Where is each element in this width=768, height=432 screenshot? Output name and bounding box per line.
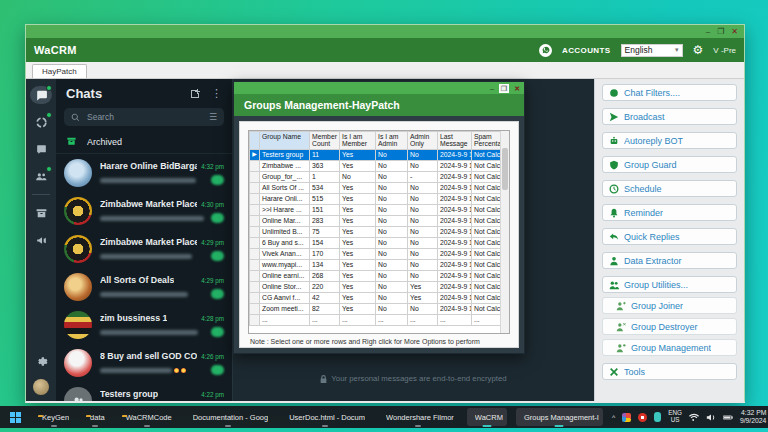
- chat-list-item[interactable]: zim bussiness 14:28 pm: [56, 306, 232, 344]
- table-scrollbar-thumb[interactable]: [502, 148, 508, 190]
- close-button[interactable]: ✕: [731, 28, 738, 36]
- taskbar-wondershare-filmor[interactable]: Wondershare Filmor: [378, 408, 458, 426]
- table-cell[interactable]: ...: [438, 314, 472, 325]
- table-cell[interactable]: Yes: [340, 226, 376, 237]
- table-cell[interactable]: 11: [310, 149, 340, 160]
- table-cell[interactable]: No: [408, 226, 438, 237]
- table-cell[interactable]: Yes: [408, 281, 438, 292]
- row-selector-cell[interactable]: [250, 226, 260, 237]
- table-cell[interactable]: No: [376, 171, 408, 182]
- table-cell[interactable]: -: [408, 171, 438, 182]
- language-indicator[interactable]: ENGUS: [668, 410, 682, 423]
- tray-expand-icon[interactable]: ^: [612, 414, 615, 421]
- group-utilities-button[interactable]: Group Utilities...: [602, 276, 737, 293]
- table-cell[interactable]: Harare Onli...: [260, 193, 310, 204]
- table-cell[interactable]: Yes: [340, 248, 376, 259]
- table-row[interactable]: Online earni...268YesNoNo2024-9-9 1...No…: [250, 270, 509, 281]
- table-cell[interactable]: No: [376, 292, 408, 303]
- table-cell[interactable]: No: [408, 182, 438, 193]
- table-cell[interactable]: Yes: [408, 292, 438, 303]
- row-selector-cell[interactable]: ▶: [250, 149, 260, 160]
- table-cell[interactable]: No: [408, 204, 438, 215]
- table-row[interactable]: Online Mar...283YesNoNo2024-9-9 1...Not …: [250, 215, 509, 226]
- table-cell[interactable]: 151: [310, 204, 340, 215]
- table-cell[interactable]: 82: [310, 303, 340, 314]
- table-cell[interactable]: 2024-9-9 1...: [438, 215, 472, 226]
- column-header[interactable]: Is I am Member: [340, 132, 376, 150]
- group-destroyer-button[interactable]: Group Destroyer: [602, 318, 737, 335]
- table-cell[interactable]: 2024-9-9 1...: [438, 281, 472, 292]
- accounts-button[interactable]: ACCOUNTS: [562, 46, 611, 55]
- row-selector-cell[interactable]: [250, 171, 260, 182]
- table-row[interactable]: >>l Harare ...151YesNoNo2024-9-9 1...Not…: [250, 204, 509, 215]
- table-cell[interactable]: No: [376, 149, 408, 160]
- table-cell[interactable]: 2024-9-9 1...: [438, 248, 472, 259]
- table-row[interactable]: Harare Onli...515YesNoNo2024-9-9 1...Not…: [250, 193, 509, 204]
- table-cell[interactable]: No: [376, 160, 408, 171]
- table-cell[interactable]: Yes: [340, 303, 376, 314]
- table-cell[interactable]: Group_for_...: [260, 171, 310, 182]
- table-cell[interactable]: No: [376, 248, 408, 259]
- table-row[interactable]: Zoom meeti...82YesNoNo2024-9-9 1...Not C…: [250, 303, 509, 314]
- menu-kebab-icon[interactable]: ⋮: [211, 88, 222, 99]
- table-cell[interactable]: No: [408, 259, 438, 270]
- column-header[interactable]: Is I am Admin: [376, 132, 408, 150]
- table-cell[interactable]: No: [408, 193, 438, 204]
- table-cell[interactable]: No: [376, 204, 408, 215]
- chats-nav-icon[interactable]: [30, 86, 52, 104]
- chat-list-item[interactable]: Harare Online BidBargains4:32 pm: [56, 154, 232, 192]
- table-cell[interactable]: No: [376, 215, 408, 226]
- chat-list-item[interactable]: Zimbabwe Market Place 74:30 pm: [56, 192, 232, 230]
- table-cell[interactable]: www.myapi...: [260, 259, 310, 270]
- table-cell[interactable]: ...: [260, 314, 310, 325]
- channels-nav-icon[interactable]: [30, 140, 52, 158]
- table-cell[interactable]: 2024-9-9 1...: [438, 160, 472, 171]
- dialog-maximize-button[interactable]: ❐: [499, 84, 509, 93]
- row-selector-cell[interactable]: [250, 292, 260, 303]
- table-cell[interactable]: No: [376, 226, 408, 237]
- maximize-button[interactable]: ❐: [717, 28, 724, 36]
- row-selector-cell[interactable]: [250, 182, 260, 193]
- table-cell[interactable]: Yes: [340, 160, 376, 171]
- table-cell[interactable]: No: [376, 281, 408, 292]
- table-cell[interactable]: 2024-9-9 1...: [438, 171, 472, 182]
- row-selector-cell[interactable]: [250, 160, 260, 171]
- row-selector-cell[interactable]: [250, 193, 260, 204]
- column-header[interactable]: Last Message: [438, 132, 472, 150]
- table-cell[interactable]: Yes: [340, 149, 376, 160]
- table-cell[interactable]: 2024-9-9 1...: [438, 193, 472, 204]
- row-selector-cell[interactable]: [250, 303, 260, 314]
- table-cell[interactable]: No: [408, 149, 438, 160]
- table-cell[interactable]: ...: [340, 314, 376, 325]
- table-cell[interactable]: ...: [310, 314, 340, 325]
- group-management-button[interactable]: Group Management: [602, 339, 737, 356]
- column-header[interactable]: Group Name: [260, 132, 310, 150]
- row-selector-cell[interactable]: [250, 270, 260, 281]
- volume-icon[interactable]: [706, 413, 716, 422]
- column-header[interactable]: Admin Only: [408, 132, 438, 150]
- table-cell[interactable]: Zoom meeti...: [260, 303, 310, 314]
- table-cell[interactable]: No: [408, 303, 438, 314]
- autoreply-bot-button[interactable]: Autoreply BOT: [602, 132, 737, 149]
- table-cell[interactable]: Yes: [340, 281, 376, 292]
- table-cell[interactable]: 2024-9-9 1...: [438, 237, 472, 248]
- table-cell[interactable]: Testers group: [260, 149, 310, 160]
- table-cell[interactable]: No: [408, 160, 438, 171]
- group-joiner-button[interactable]: Group Joiner: [602, 297, 737, 314]
- table-cell[interactable]: Yes: [340, 292, 376, 303]
- row-selector-cell[interactable]: [250, 215, 260, 226]
- table-cell[interactable]: 1: [310, 171, 340, 182]
- chat-filters-button[interactable]: Chat Filters....: [602, 84, 737, 101]
- table-cell[interactable]: ...: [376, 314, 408, 325]
- clock[interactable]: 4:32 PM9/9/2024: [740, 409, 766, 425]
- row-selector-cell[interactable]: [250, 314, 260, 325]
- table-cell[interactable]: Zimbabwe ...: [260, 160, 310, 171]
- table-cell[interactable]: Online earni...: [260, 270, 310, 281]
- taskbar-documentation-goog[interactable]: Documentation - Goog: [185, 408, 272, 426]
- table-cell[interactable]: Yes: [340, 182, 376, 193]
- table-cell[interactable]: 6 Buy and s...: [260, 237, 310, 248]
- table-cell[interactable]: 363: [310, 160, 340, 171]
- table-cell[interactable]: Vivek Anan...: [260, 248, 310, 259]
- table-cell[interactable]: 2024-9-9 1...: [438, 303, 472, 314]
- archive-nav-icon[interactable]: [30, 204, 52, 222]
